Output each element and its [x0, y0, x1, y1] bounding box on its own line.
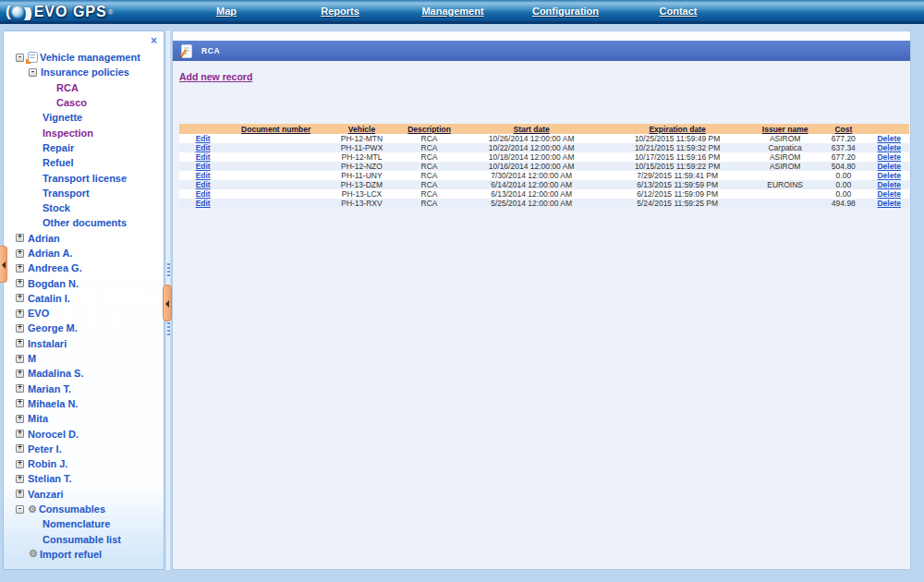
delete-link[interactable]: Delete: [869, 199, 910, 208]
tree-item-label[interactable]: Vehicle management: [40, 52, 140, 63]
expand-plus-icon[interactable]: +: [16, 384, 24, 393]
expand-plus-icon[interactable]: +: [16, 324, 24, 333]
collapse-minus-icon[interactable]: -: [16, 54, 24, 62]
cell-issuer-name: ASIROM: [752, 152, 818, 162]
tree-item-label[interactable]: Nomenclature: [43, 518, 110, 529]
nav-contact[interactable]: Contact: [660, 6, 698, 17]
tree-item-label[interactable]: Adrian: [28, 233, 60, 244]
expand-plus-icon[interactable]: +: [16, 264, 24, 273]
tree-item: +Robin J.: [4, 456, 164, 471]
tree-item-label[interactable]: RCA: [56, 82, 79, 93]
tree-item-label[interactable]: Repair: [43, 142, 74, 153]
tree-item-label[interactable]: Mihaela N.: [28, 398, 78, 409]
tree-item-label[interactable]: Inspection: [43, 127, 93, 139]
tree-item-label[interactable]: Andreea G.: [28, 262, 82, 273]
splitter-grip-top[interactable]: [167, 263, 170, 276]
edit-link[interactable]: Edit: [179, 134, 226, 143]
cell-start-date: 5/25/2014 12:00:00 AM: [460, 199, 602, 208]
delete-link[interactable]: Delete: [869, 171, 910, 180]
expand-plus-icon[interactable]: +: [16, 475, 24, 483]
tree-item-label[interactable]: Casco: [56, 97, 87, 108]
delete-link[interactable]: Delete: [869, 152, 910, 162]
header-document-number[interactable]: Document number: [226, 124, 325, 134]
delete-link[interactable]: Delete: [869, 162, 910, 171]
expand-plus-icon[interactable]: +: [16, 415, 24, 423]
delete-link[interactable]: Delete: [869, 180, 910, 189]
edit-link[interactable]: Edit: [179, 199, 226, 208]
tree-item-label[interactable]: Catalin I.: [28, 293, 70, 304]
tree-item-label[interactable]: Vanzari: [28, 489, 64, 500]
expand-plus-icon[interactable]: +: [16, 490, 24, 498]
collapse-minus-icon[interactable]: -: [16, 505, 24, 514]
tree-item-label[interactable]: George M.: [28, 322, 78, 333]
tree-item: +Norocel D.: [4, 426, 164, 441]
edit-link[interactable]: Edit: [179, 162, 226, 171]
tree-item-label[interactable]: Refuel: [43, 157, 74, 168]
expand-plus-icon[interactable]: +: [16, 460, 24, 468]
header-expiration-date[interactable]: Expiration date: [602, 124, 752, 134]
tree-item-label[interactable]: Other documents: [43, 217, 127, 228]
tree-item-label[interactable]: Instalari: [28, 338, 67, 349]
expand-plus-icon[interactable]: +: [16, 234, 24, 242]
tree-item-label[interactable]: Vignette: [43, 112, 82, 123]
tree-item-label[interactable]: Marian T.: [28, 383, 71, 394]
header-issuer-name[interactable]: Issuer name: [752, 124, 818, 134]
delete-link[interactable]: Delete: [869, 143, 910, 152]
left-edge-collapse-button[interactable]: [0, 246, 7, 283]
tree-item-label[interactable]: Adrian A.: [28, 248, 73, 259]
navigation-tree-panel: × -Vehicle management-Insurance policies…: [3, 30, 164, 570]
expand-plus-icon[interactable]: +: [16, 399, 24, 407]
tree-item-label[interactable]: Stelian T.: [28, 473, 72, 484]
expand-plus-icon[interactable]: +: [16, 339, 24, 347]
tree-item-label[interactable]: Robin J.: [28, 458, 67, 469]
expand-plus-icon[interactable]: +: [16, 249, 24, 258]
edit-link[interactable]: Edit: [179, 180, 226, 189]
cell-expiration-date: 7/29/2015 11:59:41 PM: [602, 171, 752, 180]
expand-plus-icon[interactable]: +: [16, 294, 24, 302]
nav-configuration[interactable]: Configuration: [532, 6, 599, 17]
splitter-grip-bottom[interactable]: [167, 322, 170, 335]
expand-plus-icon[interactable]: +: [16, 430, 24, 438]
nav-map[interactable]: Map: [216, 6, 237, 17]
header-delete-spacer: [869, 124, 910, 134]
expand-plus-icon[interactable]: +: [16, 355, 24, 363]
tree-item-label[interactable]: Norocel D.: [28, 429, 79, 440]
sidebar-collapse-button[interactable]: [163, 285, 172, 321]
expand-plus-icon[interactable]: +: [16, 309, 24, 318]
table-row: EditPH-13-DZMRCA6/14/2014 12:00:00 AM6/1…: [179, 180, 909, 189]
nav-management[interactable]: Management: [421, 6, 483, 17]
tree-item-label[interactable]: EVO: [28, 308, 49, 319]
tree-item-label[interactable]: Transport: [43, 188, 90, 199]
tree-item-label[interactable]: Insurance policies: [41, 67, 129, 78]
tree-item-label[interactable]: M: [28, 353, 36, 364]
edit-link[interactable]: Edit: [179, 171, 226, 180]
expand-plus-icon[interactable]: +: [16, 279, 24, 287]
tree-item-label[interactable]: Consumable list: [43, 534, 121, 545]
tree-item-label[interactable]: Stock: [43, 202, 70, 213]
tree-item-label[interactable]: Bogdan N.: [28, 278, 79, 289]
tree-item-label[interactable]: Peter I.: [28, 443, 62, 455]
header-cost[interactable]: Cost: [818, 124, 869, 134]
header-vehicle[interactable]: Vehicle: [325, 124, 398, 134]
delete-link[interactable]: Delete: [869, 134, 910, 143]
tree-item-label[interactable]: Transport license: [43, 173, 127, 184]
cell-vehicle: PH-12-MTL: [325, 152, 398, 162]
expand-plus-icon[interactable]: +: [16, 370, 24, 378]
edit-link[interactable]: Edit: [179, 189, 226, 199]
edit-link[interactable]: Edit: [179, 152, 226, 162]
close-icon[interactable]: ×: [151, 34, 157, 47]
tree-item-label[interactable]: Mita: [28, 413, 48, 424]
expand-plus-icon[interactable]: +: [16, 444, 24, 453]
header-edit-spacer: [179, 124, 226, 134]
nav-reports[interactable]: Reports: [321, 6, 359, 17]
collapse-minus-icon[interactable]: -: [29, 68, 37, 77]
add-new-record-link[interactable]: Add new record: [179, 71, 252, 82]
header-start-date[interactable]: Start date: [460, 124, 602, 134]
edit-link[interactable]: Edit: [179, 143, 226, 152]
tree-item-label[interactable]: Consumables: [39, 503, 105, 515]
tree-item: -Vehicle management: [4, 50, 164, 65]
tree-item-label[interactable]: Madalina S.: [28, 368, 84, 379]
delete-link[interactable]: Delete: [869, 189, 910, 199]
tree-item-label[interactable]: Import refuel: [40, 549, 102, 560]
header-description[interactable]: Description: [398, 124, 460, 134]
